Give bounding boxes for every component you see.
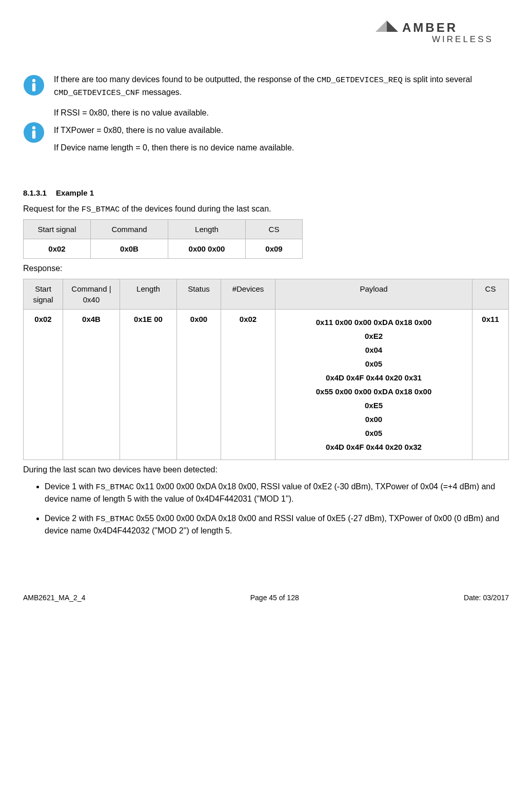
- info-icon: [23, 122, 45, 143]
- footer-date: Date: 03/2017: [464, 593, 509, 603]
- response-table: Start signal Command | 0x40 Length Statu…: [23, 279, 509, 460]
- table-header: Length: [168, 220, 246, 239]
- table-header: Command: [91, 220, 168, 239]
- table-header: CS: [472, 279, 509, 309]
- text: messages.: [140, 88, 182, 97]
- svg-marker-1: [387, 21, 398, 32]
- table-cell: 0x1E 00: [120, 309, 177, 460]
- payload-line: 0x05: [281, 358, 467, 369]
- info-text-1: If there are too many devices found to b…: [54, 73, 509, 100]
- info-icon: [23, 74, 45, 96]
- table-header: Start signal: [24, 279, 63, 309]
- device-list: Device 1 with FS_BTMAC 0x11 0x00 0x00 0x…: [23, 481, 509, 537]
- section-heading: 8.1.3.1Example 1: [23, 187, 509, 198]
- code: FS_BTMAC: [96, 514, 134, 524]
- brand-name-1: AMBER: [402, 21, 458, 34]
- text: If Device name length = 0, then there is…: [54, 142, 509, 154]
- footer-page: Page 45 of 128: [250, 593, 299, 603]
- text: If there are too many devices found to b…: [54, 75, 317, 84]
- text: of the devices found during the last sca…: [120, 204, 271, 213]
- text: If TXPower = 0x80, there is no value ava…: [54, 124, 509, 137]
- request-paragraph: Request for the FS_BTMAC of the devices …: [23, 203, 509, 216]
- page-footer: AMB2621_MA_2_4 Page 45 of 128 Date: 03/2…: [23, 593, 509, 603]
- table-header: Status: [177, 279, 221, 309]
- table-cell: 0x02: [24, 239, 91, 259]
- payload-line: 0x11 0x00 0x00 0xDA 0x18 0x00: [281, 317, 467, 328]
- request-table: Start signal Command Length CS 0x02 0x0B…: [23, 219, 303, 259]
- payload-line: 0xE5: [281, 400, 467, 411]
- payload-line: 0x55 0x00 0x00 0xDA 0x18 0x00: [281, 386, 467, 397]
- text: If RSSI = 0x80, there is no value availa…: [54, 107, 509, 119]
- table-cell: 0x4B: [63, 309, 120, 460]
- response-label: Response:: [23, 263, 509, 274]
- svg-marker-0: [376, 21, 387, 32]
- table-header: Start signal: [24, 220, 91, 239]
- list-item: Device 1 with FS_BTMAC 0x11 0x00 0x00 0x…: [45, 481, 509, 505]
- table-header: Command | 0x40: [63, 279, 120, 309]
- info-note-1: If there are too many devices found to b…: [23, 73, 509, 100]
- summary-paragraph: During the last scan two devices have be…: [23, 464, 509, 475]
- code: FS_BTMAC: [96, 483, 134, 492]
- table-header-row: Start signal Command Length CS: [24, 220, 303, 239]
- svg-rect-7: [32, 130, 35, 139]
- table-header: CS: [246, 220, 303, 239]
- payload-line: 0x4D 0x4F 0x44 0x20 0x31: [281, 372, 467, 383]
- table-header: Payload: [275, 279, 472, 309]
- info-note-2: If RSSI = 0x80, there is no value availa…: [23, 105, 509, 159]
- table-cell: 0x00 0x00: [168, 239, 246, 259]
- table-header: #Devices: [221, 279, 275, 309]
- text: is split into several: [403, 75, 472, 84]
- heading-title: Example 1: [56, 188, 94, 197]
- table-row: 0x02 0x0B 0x00 0x00 0x09: [24, 239, 303, 259]
- amber-wireless-logo: AMBER WIRELESS: [376, 21, 509, 45]
- text: Request for the: [23, 204, 82, 213]
- table-cell: 0x11: [472, 309, 509, 460]
- svg-point-3: [32, 79, 35, 82]
- table-cell: 0x02: [221, 309, 275, 460]
- payload-line: 0x04: [281, 345, 467, 355]
- table-cell: 0x0B: [91, 239, 168, 259]
- brand-logo: AMBER WIRELESS: [23, 21, 509, 48]
- table-row: 0x02 0x4B 0x1E 00 0x00 0x02 0x11 0x00 0x…: [24, 309, 509, 460]
- info-text-2: If RSSI = 0x80, there is no value availa…: [54, 105, 509, 159]
- heading-number: 8.1.3.1: [23, 188, 47, 197]
- code: FS_BTMAC: [82, 205, 120, 214]
- svg-point-6: [32, 126, 35, 129]
- payload-line: 0xE2: [281, 331, 467, 341]
- text: Device 1 with: [45, 482, 96, 491]
- list-item: Device 2 with FS_BTMAC 0x55 0x00 0x00 0x…: [45, 512, 509, 537]
- payload-line: 0x4D 0x4F 0x44 0x20 0x32: [281, 442, 467, 452]
- table-header: Length: [120, 279, 177, 309]
- brand-name-2: WIRELESS: [432, 34, 494, 44]
- payload-cell: 0x11 0x00 0x00 0xDA 0x18 0x00 0xE2 0x04 …: [275, 309, 472, 460]
- table-cell: 0x02: [24, 309, 63, 460]
- code: CMD_GETDEVICES_REQ: [317, 75, 402, 85]
- table-header-row: Start signal Command | 0x40 Length Statu…: [24, 279, 509, 309]
- code: CMD_GETDEVICES_CNF: [54, 88, 140, 98]
- table-cell: 0x09: [246, 239, 303, 259]
- table-cell: 0x00: [177, 309, 221, 460]
- payload-line: 0x00: [281, 414, 467, 425]
- payload-line: 0x05: [281, 428, 467, 438]
- footer-docid: AMB2621_MA_2_4: [23, 593, 85, 603]
- svg-rect-4: [32, 83, 35, 91]
- text: Device 2 with: [45, 514, 96, 523]
